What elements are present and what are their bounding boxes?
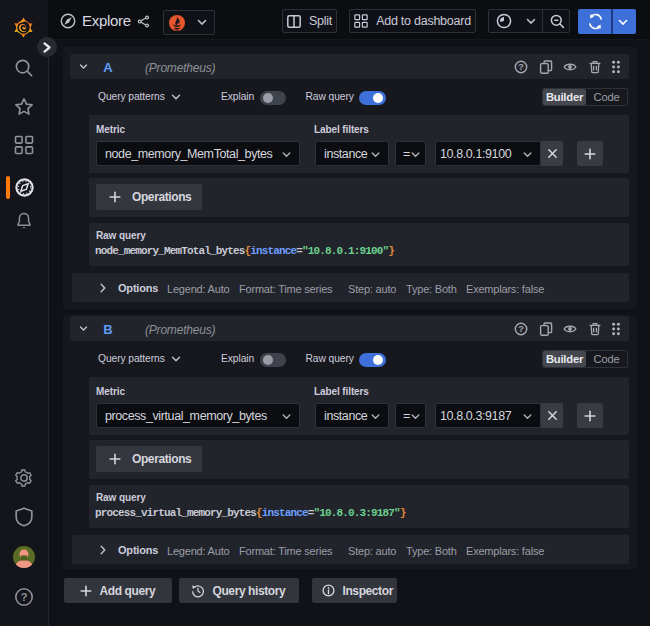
svg-text:?: ? [21,591,28,603]
svg-text:?: ? [518,62,524,72]
svg-text:?: ? [518,324,524,334]
